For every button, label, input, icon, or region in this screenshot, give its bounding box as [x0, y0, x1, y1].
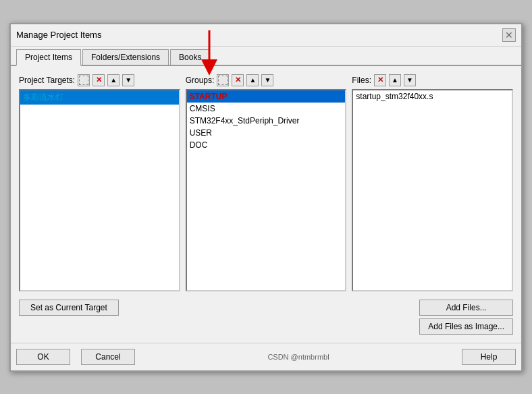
project-targets-list[interactable]: 多彩流水灯 — [19, 89, 180, 291]
down-arrow-icon: ▼ — [406, 76, 413, 84]
project-targets-down-button[interactable]: ▼ — [122, 74, 134, 86]
files-header: Files: ✕ ▲ ▼ — [352, 74, 513, 86]
tab-books[interactable]: Books — [170, 49, 210, 65]
list-item[interactable]: startup_stm32f40xx.s — [353, 90, 512, 103]
tab-project-items[interactable]: Project Items — [16, 49, 81, 66]
groups-label: Groups: — [186, 76, 215, 85]
files-down-button[interactable]: ▼ — [404, 74, 416, 86]
delete-icon: ✕ — [96, 76, 102, 84]
list-item[interactable]: STARTUP — [187, 90, 346, 103]
bottom-left-buttons: Set as Current Target — [19, 300, 119, 316]
list-item[interactable]: STM32F4xx_StdPeriph_Driver — [187, 115, 346, 127]
project-targets-new-button[interactable] — [78, 74, 90, 86]
set-current-target-button[interactable]: Set as Current Target — [19, 300, 119, 316]
groups-new-button[interactable] — [217, 74, 229, 86]
groups-down-button[interactable]: ▼ — [261, 74, 273, 86]
groups-header: Groups: ✕ ▲ ▼ — [186, 74, 347, 86]
project-targets-label: Project Targets: — [19, 76, 75, 85]
new-icon — [218, 76, 228, 85]
groups-up-button[interactable]: ▲ — [246, 74, 259, 86]
list-item[interactable]: USER — [187, 127, 346, 139]
ok-button[interactable]: OK — [16, 349, 70, 365]
down-arrow-icon: ▼ — [125, 76, 132, 84]
add-files-button[interactable]: Add Files... — [419, 300, 513, 316]
cancel-button[interactable]: Cancel — [81, 349, 135, 365]
panels-row: Project Targets: ✕ ▲ ▼ 多彩流水灯 — [19, 74, 513, 291]
groups-delete-button[interactable]: ✕ — [232, 74, 244, 86]
up-arrow-icon: ▲ — [110, 76, 117, 84]
down-arrow-icon: ▼ — [264, 76, 271, 84]
up-arrow-icon: ▲ — [392, 76, 398, 84]
bottom-buttons-row: Set as Current Target Add Files... Add F… — [19, 300, 513, 335]
list-item[interactable]: 多彩流水灯 — [20, 90, 179, 105]
files-delete-button[interactable]: ✕ — [374, 74, 386, 86]
bottom-right-buttons: Add Files... Add Files as Image... — [419, 300, 513, 335]
delete-icon: ✕ — [235, 76, 241, 84]
help-button[interactable]: Help — [462, 349, 516, 365]
footer: OK Cancel CSDN @ntmbrmbl Help — [11, 343, 521, 370]
add-files-as-image-button[interactable]: Add Files as Image... — [419, 318, 513, 335]
dialog: Manage Project Items ✕ Project Items Fol… — [9, 23, 523, 372]
new-icon — [79, 76, 88, 85]
close-button[interactable]: ✕ — [502, 28, 516, 42]
files-panel: Files: ✕ ▲ ▼ startup_stm32f40xx.s — [352, 74, 513, 291]
watermark: CSDN @ntmbrmbl — [267, 353, 329, 361]
title-bar: Manage Project Items ✕ — [11, 24, 521, 47]
tab-bar: Project Items Folders/Extensions Books — [11, 47, 521, 66]
files-label: Files: — [352, 76, 371, 85]
list-item[interactable]: DOC — [187, 139, 346, 151]
delete-icon: ✕ — [377, 76, 383, 84]
files-list[interactable]: startup_stm32f40xx.s — [352, 89, 513, 291]
files-up-button[interactable]: ▲ — [389, 74, 401, 86]
up-arrow-icon: ▲ — [249, 76, 256, 84]
groups-list[interactable]: STARTUP CMSIS STM32F4xx_StdPeriph_Driver… — [186, 89, 347, 291]
project-targets-header: Project Targets: ✕ ▲ ▼ — [19, 74, 180, 86]
project-targets-delete-button[interactable]: ✕ — [92, 74, 105, 86]
list-item[interactable]: CMSIS — [187, 103, 346, 115]
groups-panel: Groups: ✕ ▲ ▼ STARTUP CMS — [186, 74, 347, 291]
main-content: Project Targets: ✕ ▲ ▼ 多彩流水灯 — [11, 66, 521, 343]
dialog-title: Manage Project Items — [16, 30, 101, 40]
project-targets-up-button[interactable]: ▲ — [107, 74, 119, 86]
tab-folders-extensions[interactable]: Folders/Extensions — [82, 49, 169, 65]
project-targets-panel: Project Targets: ✕ ▲ ▼ 多彩流水灯 — [19, 74, 180, 291]
